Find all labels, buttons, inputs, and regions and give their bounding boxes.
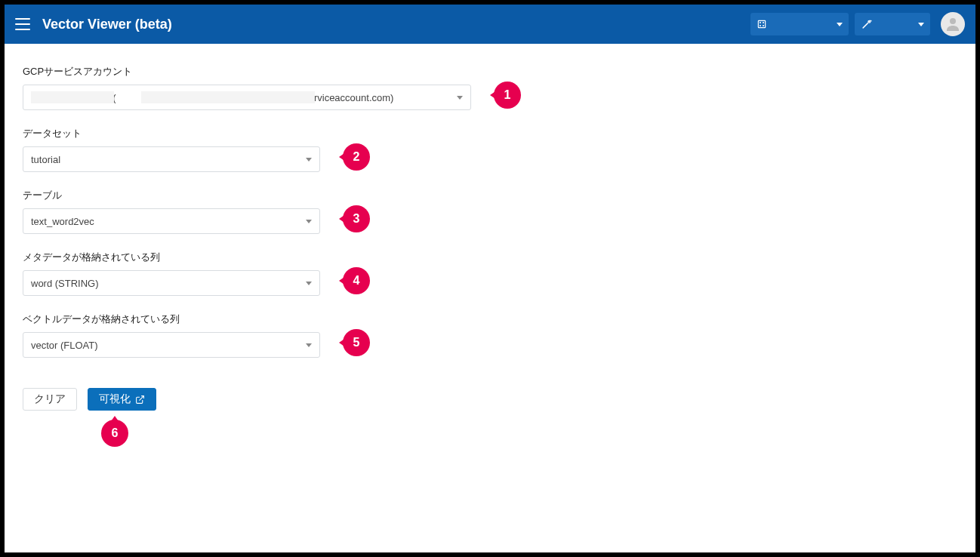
svg-rect-2 (763, 22, 764, 23)
table-label: テーブル (23, 189, 957, 202)
svg-point-5 (950, 18, 956, 24)
dataset-value: tutorial (31, 154, 60, 165)
main-content: GCPサービスアカウント ( .iam.gserviceaccount.com)… (5, 44, 975, 552)
step-badge-5: 5 (343, 329, 370, 356)
tools-select[interactable] (855, 13, 930, 35)
project-select[interactable] (750, 13, 849, 35)
avatar[interactable] (941, 12, 965, 36)
meta-field: メタデータが格納されている列 word (STRING) 4 (23, 251, 957, 296)
chevron-down-icon (306, 158, 312, 162)
vector-value: vector (FLOAT) (31, 340, 98, 351)
external-link-icon (135, 395, 145, 405)
visualize-button[interactable]: 可視化 (88, 388, 156, 411)
app-title: Vector Viewer (beta) (42, 17, 172, 32)
vector-field: ベクトルデータが格納されている列 vector (FLOAT) 5 (23, 312, 957, 358)
step-badge-1: 1 (494, 82, 521, 109)
meta-value: word (STRING) (31, 278, 99, 289)
step-badge-3: 3 (343, 205, 370, 232)
meta-select[interactable]: word (STRING) (23, 270, 320, 296)
chevron-down-icon (306, 343, 312, 347)
redacted-block (31, 91, 114, 103)
user-icon (944, 15, 962, 33)
svg-line-6 (139, 395, 143, 400)
dataset-label: データセット (23, 127, 957, 140)
vector-select[interactable]: vector (FLOAT) (23, 332, 320, 358)
menu-icon[interactable] (15, 18, 30, 30)
step-badge-4: 4 (343, 267, 370, 294)
svg-rect-3 (760, 25, 761, 26)
table-select[interactable]: text_word2vec (23, 208, 320, 234)
dataset-field: データセット tutorial 2 (23, 127, 957, 172)
header-right (750, 12, 965, 36)
clear-button[interactable]: クリア (23, 388, 77, 411)
step-badge-6: 6 (101, 420, 128, 447)
chevron-down-icon (457, 96, 463, 100)
vector-label: ベクトルデータが格納されている列 (23, 312, 957, 326)
account-label: GCPサービスアカウント (23, 65, 957, 78)
visualize-label: 可視化 (99, 392, 131, 406)
app-header: Vector Viewer (beta) (5, 5, 975, 44)
meta-label: メタデータが格納されている列 (23, 251, 957, 264)
action-buttons: クリア 可視化 6 (23, 388, 957, 411)
svg-rect-0 (758, 20, 765, 27)
building-icon (757, 19, 767, 29)
table-value: text_word2vec (31, 216, 94, 227)
chevron-down-icon (306, 220, 312, 223)
account-field: GCPサービスアカウント ( .iam.gserviceaccount.com)… (23, 65, 957, 110)
svg-rect-4 (763, 25, 764, 26)
svg-rect-1 (760, 22, 761, 23)
table-field: テーブル text_word2vec 3 (23, 189, 957, 234)
app-window: Vector Viewer (beta) GCPサービスアカウント (5, 5, 975, 552)
clear-label: クリア (34, 392, 66, 406)
redacted-block (141, 91, 315, 103)
wrench-icon (861, 18, 873, 30)
dataset-select[interactable]: tutorial (23, 146, 320, 172)
step-badge-2: 2 (343, 143, 370, 171)
chevron-down-icon (306, 282, 312, 285)
account-select[interactable]: ( .iam.gserviceaccount.com) (23, 85, 471, 110)
